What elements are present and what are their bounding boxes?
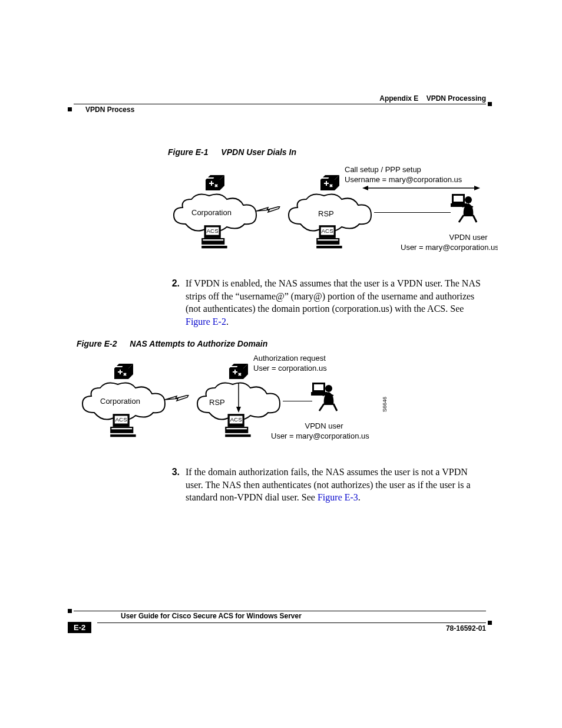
fig1-rsp-label: RSP [318,209,334,218]
figure-2-caption: Figure E-2 NAS Attempts to Authorize Dom… [77,339,267,348]
step-2-text-a: If VPDN is enabled, the NAS assumes that… [186,278,481,314]
fig2-rsp-router-icon [227,361,250,385]
fig2-down-arrow-icon [236,383,242,413]
fig2-rsp-user-line [283,401,312,401]
fig1-rsp-router-icon [318,173,342,196]
fig2-user-bottom: User = mary@corporation.us [271,431,369,440]
fig1-rsp-user-line [374,212,451,213]
fig1-cloud-link-icon [256,206,286,216]
fig2-corp-router-icon [112,361,135,385]
footer-docnum: 78-16592-01 [446,624,486,633]
figure-2-diagram: Authorization request User = corporation… [77,351,424,457]
fig1-rsp-acs-icon [315,224,345,250]
appendix-num: Appendix E [379,94,418,103]
header-section: VPDN Process [85,106,134,114]
fig2-ref-id: S6646 [382,397,388,412]
footer-rule-2 [97,622,486,623]
appendix-title: VPDN Processing [427,94,486,103]
step-3: 3. If the domain authorization fails, th… [168,466,483,504]
footer-marker-left-icon [68,609,72,613]
fig2-user-top: User = corporation.us [253,364,327,373]
header-marker-right-icon [488,102,492,106]
step-3-text-b: . [358,492,361,502]
fig1-username: Username = mary@corporation.us [345,175,462,184]
figure-2-label: Figure E-2 [77,339,117,348]
figure-1-diagram: Call setup / PPP setup Username = mary@c… [168,162,498,268]
fig2-rsp-acs-icon [224,413,253,439]
fig2-rsp-label: RSP [209,398,225,407]
footer-guide: User Guide for Cisco Secure ACS for Wind… [121,612,302,620]
fig1-corp-acs-icon [200,224,230,250]
fig1-user-icon [451,193,480,230]
fig1-corp-label: Corporation [191,208,232,217]
svg-marker-16 [474,186,480,190]
fig1-corp-router-icon [203,173,227,196]
footer-rule [74,611,486,611]
page-number: E-2 [68,622,91,633]
svg-marker-18 [236,407,241,413]
header-appendix: Appendix E VPDN Processing [379,94,486,103]
fig2-auth-req: Authorization request [253,354,326,363]
fig2-corp-label: Corporation [100,397,140,406]
step-3-body: If the domain authorization fails, the N… [186,466,483,504]
fig1-call-setup: Call setup / PPP setup [345,165,421,174]
figure-1-label: Figure E-1 [168,147,208,157]
step-3-link[interactable]: Figure E-3 [318,492,358,502]
figure-1-caption: Figure E-1 VPDN User Dials In [168,147,296,157]
fig1-vpdn-user: VPDN user [430,233,507,242]
fig2-corp-acs-icon [109,413,138,439]
fig1-arrow-icon [362,186,480,190]
footer-marker-right-icon [488,621,492,625]
step-2-num: 2. [168,277,180,328]
step-2: 2. If VPDN is enabled, the NAS assumes t… [168,277,483,328]
header-rule [74,104,486,104]
step-3-num: 3. [168,466,180,504]
fig2-user-icon [311,381,340,419]
fig1-user-line: User = mary@corporation.us [401,243,498,252]
fig2-vpdn-user: VPDN user [286,421,362,430]
step-2-link[interactable]: Figure E-2 [186,317,226,327]
header-marker-left-icon [68,107,72,111]
step-2-text-b: . [226,317,229,327]
figure-2-title: NAS Attempts to Authorize Domain [130,339,267,348]
fig2-cloud-link-icon [165,395,194,404]
step-2-body: If VPDN is enabled, the NAS assumes that… [186,277,483,328]
figure-1-title: VPDN User Dials In [221,147,296,157]
